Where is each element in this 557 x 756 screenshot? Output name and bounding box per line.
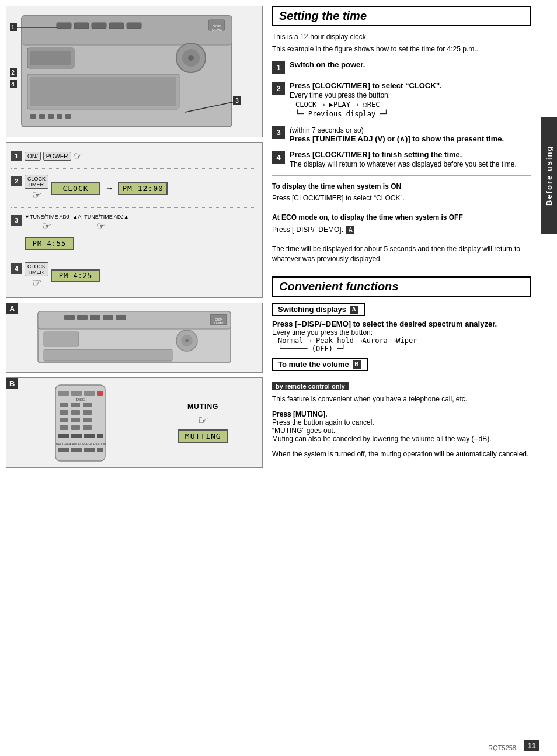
svg-rect-63	[71, 425, 80, 430]
svg-rect-29	[48, 114, 54, 119]
svg-rect-48	[58, 391, 69, 396]
top-device-diagram: DISP -DEMO 1 2 4 3	[6, 6, 263, 137]
step1-text: Switch on the power.	[290, 60, 531, 69]
sub2-flow2: └────── (OFF) ─┘	[278, 345, 531, 353]
svg-rect-19	[30, 77, 176, 106]
tip3-text: The time will be displayed for about 5 s…	[272, 244, 531, 264]
svg-rect-59	[60, 418, 68, 422]
by-remote-badge: by remote control only	[272, 382, 349, 393]
right-panel: Setting the time This is a 12-hour displ…	[269, 0, 537, 756]
step4-instruction: Press [CLOCK/TIMER] to finish setting th…	[290, 150, 462, 159]
step3-num: 3	[11, 215, 22, 226]
clock-timer-button: CLOCKTIMER	[25, 175, 48, 189]
section-b-device: B —DISC	[6, 377, 263, 468]
svg-rect-51	[97, 391, 103, 396]
svg-rect-6	[127, 23, 141, 29]
time-display-step3: PM 4:55	[25, 237, 74, 250]
step3-badge: 3	[272, 126, 285, 139]
hand-icon-3b: ☞	[96, 220, 106, 233]
svg-rect-60	[71, 418, 80, 422]
step1-block: 1 Switch on the power.	[272, 60, 531, 74]
svg-text:—DISC: —DISC	[73, 398, 85, 401]
mute-section: To mute the volume B by remote control o…	[272, 358, 531, 458]
step2-sub: Every time you press the button:	[290, 91, 531, 99]
svg-rect-5	[109, 23, 124, 29]
intro-line2: This example in the figure shows how to …	[272, 44, 531, 54]
svg-rect-56	[60, 410, 68, 415]
clock-time-display: PM 12:00	[118, 182, 168, 195]
press-muting-label: Press [MUTING].	[272, 410, 531, 418]
hand-icon-muting: ☞	[198, 413, 208, 427]
step1-instruction: Switch on the power.	[290, 60, 365, 69]
left-panel: DISP -DEMO 1 2 4 3	[0, 0, 269, 756]
svg-text:REPEAT: REPEAT	[82, 442, 94, 446]
svg-rect-54	[71, 403, 80, 407]
step2-instruction: Press [CLOCK/TIMER] to select “CLOCK”.	[290, 81, 442, 90]
power-button-label: ON/	[25, 152, 41, 161]
svg-rect-34	[64, 315, 75, 320]
mute-intro: This feature is convenient when you have…	[272, 395, 531, 403]
power-label: POWER	[43, 152, 71, 161]
svg-text:2: 2	[11, 70, 15, 76]
svg-rect-76	[97, 448, 103, 452]
section-a-device: A DISP -DEMO	[6, 303, 263, 373]
section-title: Setting the time	[272, 6, 531, 26]
step3-block: 3 (within 7 seconds or so) Press [TUNE/T…	[272, 125, 531, 143]
illus-step-3: 3 ▼TUNE/TIME ADJ ☞ ▲AI TUNE/TIME ADJ▲ ☞ …	[11, 211, 257, 252]
step1-badge: 1	[272, 61, 285, 74]
step2-flow2: └─ Previous display ─┘	[295, 110, 531, 118]
svg-rect-57	[71, 410, 80, 415]
step4-block: 4 Press [CLOCK/TIMER] to finish setting …	[272, 150, 531, 168]
step3-text-block: (within 7 seconds or so) Press [TUNE/TIM…	[290, 125, 531, 143]
tip2-text: Press [-DISP/–DEMO]. A	[272, 225, 531, 235]
svg-rect-73	[58, 448, 69, 452]
illus-step-4: 4 CLOCKTIMER ☞ PM 4:25	[11, 260, 257, 292]
svg-rect-33	[38, 311, 231, 329]
tip1-title: To display the time when system is ON	[272, 182, 531, 192]
section2-title: Convenient functions	[272, 276, 531, 297]
section-a-svg: DISP -DEMO	[35, 308, 234, 367]
svg-rect-2	[57, 23, 71, 29]
muting-label: MUTING	[187, 403, 218, 411]
svg-text:-DEMO: -DEMO	[214, 321, 224, 325]
step4-text-block: Press [CLOCK/TIMER] to finish setting th…	[290, 150, 531, 168]
svg-rect-46	[44, 349, 172, 361]
svg-rect-55	[83, 403, 92, 407]
hand-icon-3a: ☞	[42, 220, 51, 233]
svg-rect-74	[71, 448, 82, 452]
switching-displays-title-box: Switching displays A	[272, 303, 365, 316]
svg-rect-28	[39, 114, 45, 119]
svg-rect-53	[60, 403, 68, 407]
sub2-title-text: Switching displays	[278, 305, 346, 314]
svg-rect-75	[84, 448, 95, 452]
divider1	[272, 175, 531, 176]
step4-badge: 4	[272, 151, 285, 164]
step2-num: 2	[11, 176, 22, 186]
svg-rect-66	[71, 434, 82, 438]
clock-timer-button-2: CLOCKTIMER	[25, 262, 48, 276]
step4-num: 4	[11, 263, 22, 274]
svg-text:3: 3	[235, 98, 239, 104]
clock-display: CLOCK	[51, 182, 100, 195]
mute-title-text: To mute the volume	[278, 360, 349, 369]
svg-rect-62	[60, 425, 68, 430]
svg-rect-14	[30, 51, 71, 65]
mute-note: When the system is turned off, the mutin…	[272, 450, 531, 458]
tips-section: To display the time when system is ON Pr…	[272, 182, 531, 264]
rqt-number: RQT5258	[488, 744, 516, 751]
illus-step-2: 2 CLOCKTIMER ☞ CLOCK → PM 12:00	[11, 172, 257, 204]
svg-text:PROGRAM: PROGRAM	[56, 442, 71, 446]
step2-content: CLOCKTIMER ☞ CLOCK → PM 12:00	[25, 175, 257, 202]
tip2-badge: A	[346, 226, 354, 234]
muting-display: MUTTING	[178, 429, 228, 443]
step3-content: ▼TUNE/TIME ADJ ☞ ▲AI TUNE/TIME ADJ▲ ☞ PM…	[25, 214, 257, 250]
mute-step1: Press the button again to cancel.	[272, 418, 531, 426]
sub2-sub: Every time you press the button:	[272, 328, 531, 337]
svg-rect-1	[22, 16, 232, 45]
svg-rect-35	[77, 315, 88, 320]
svg-point-17	[188, 55, 194, 61]
svg-rect-27	[30, 114, 36, 119]
section-a-label: A	[6, 303, 18, 314]
illus-step-1: 1 ON/ POWER ☞	[11, 147, 257, 165]
step2-badge: 2	[272, 82, 285, 95]
